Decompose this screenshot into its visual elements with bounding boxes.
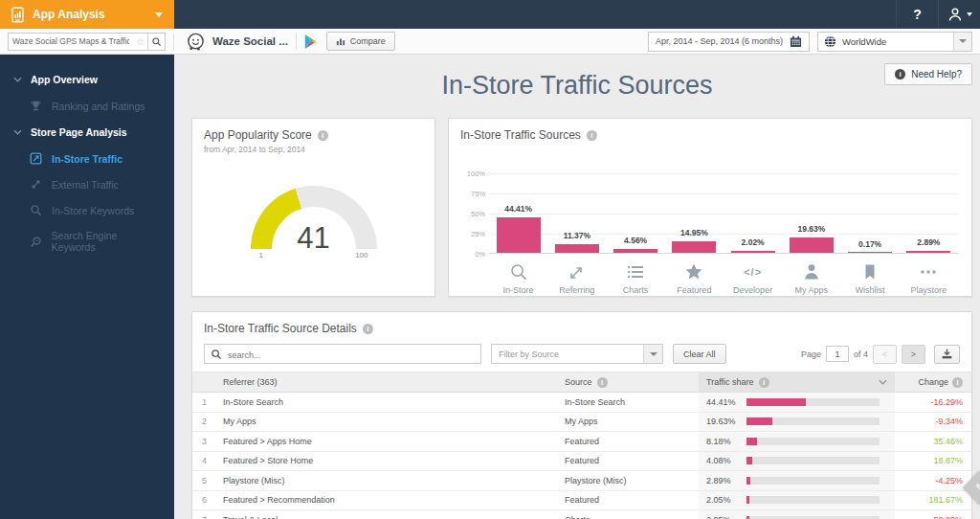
- trophy-icon: [29, 100, 43, 112]
- bar-columns: 44.41% 11.37% 4.56% 14.95% 2.02% 19.63% …: [489, 173, 958, 253]
- chevron-down-icon: [155, 12, 163, 17]
- sort-descending-icon: [879, 379, 887, 385]
- info-icon[interactable]: i: [363, 324, 373, 334]
- bar-playstore[interactable]: 2.89%: [900, 173, 958, 253]
- sidebar-section-store-page-analysis[interactable]: Store Page Analysis: [0, 119, 174, 146]
- table-row[interactable]: 4 Featured > Store Home Featured 4.08% 1…: [192, 452, 971, 472]
- person-icon: [802, 262, 821, 282]
- category-in-store[interactable]: In-Store: [489, 254, 547, 295]
- sidebar-item-in-store-traffic[interactable]: In-Store Traffic: [0, 146, 174, 171]
- traffic-share-bar-fill: [746, 398, 806, 406]
- region-dropdown-button[interactable]: [953, 33, 971, 51]
- app-search-input[interactable]: [9, 36, 133, 46]
- traffic-share-cell: 8.18%: [699, 432, 895, 451]
- sidebar-item-label: In-Store Traffic: [52, 153, 122, 165]
- bar-chart: 100% 75% 50% 25% 0% 44.41% 11.37% 4.56% …: [460, 173, 958, 295]
- date-range-picker[interactable]: Apr, 2014 - Sep, 2014 (6 months): [648, 32, 810, 52]
- app-title: App Analysis: [33, 8, 105, 21]
- user-menu-button[interactable]: [938, 0, 980, 29]
- bar: [790, 237, 834, 253]
- category-wishlist[interactable]: Wishlist: [841, 254, 900, 295]
- gauge-ticks: 1 100: [251, 249, 377, 260]
- toolbar-right: Apr, 2014 - Sep, 2014 (6 months) WorldWi…: [648, 32, 980, 52]
- source-header[interactable]: Source i: [565, 372, 699, 392]
- bar: [613, 249, 657, 253]
- page-number-input[interactable]: [826, 346, 849, 362]
- panel-title: In-Store Traffic Sources i: [449, 119, 971, 144]
- bar-developer[interactable]: 2.02%: [724, 173, 782, 253]
- sidebar-item-external-traffic[interactable]: External Traffic: [0, 171, 174, 197]
- traffic-details-panel: In-Store Traffic Source Details i Filter…: [191, 311, 972, 519]
- category-featured[interactable]: Featured: [665, 254, 724, 295]
- table-row[interactable]: 6 Featured > Recommendation Featured 2.0…: [192, 491, 971, 511]
- app-analysis-screen: App Analysis ? ☆: [0, 0, 980, 519]
- traffic-share-cell: 4.08%: [699, 452, 895, 471]
- compare-button[interactable]: Compare: [326, 32, 395, 51]
- bar-value-label: 19.63%: [797, 224, 825, 234]
- referrer-header[interactable]: Referrer (363): [223, 372, 565, 392]
- source-cell: Featured: [565, 432, 699, 451]
- need-help-button[interactable]: i Need Help?: [884, 63, 972, 85]
- info-icon[interactable]: i: [759, 377, 769, 388]
- globe-icon: [824, 35, 836, 48]
- bar-charts[interactable]: 4.56%: [607, 173, 665, 253]
- category-referring[interactable]: Referring: [547, 254, 606, 295]
- table-row[interactable]: 7 Travel & Local Charts 2.05% -59.89%: [192, 510, 971, 519]
- next-page-button[interactable]: >: [902, 345, 925, 364]
- change-cell: -59.89%: [895, 510, 971, 519]
- sidebar-item-search-engine-keywords[interactable]: Search Engine Keywords: [0, 223, 174, 260]
- list-icon: [626, 262, 645, 282]
- sidebar-item-ranking-and-ratings[interactable]: Ranking and Ratings: [0, 93, 174, 119]
- referrer-cell: Featured > Store Home: [223, 452, 565, 471]
- clear-all-button[interactable]: Clear All: [673, 344, 726, 364]
- previous-page-button[interactable]: <: [873, 345, 897, 364]
- info-icon[interactable]: i: [318, 130, 328, 141]
- table-row[interactable]: 5 Playstore (Misc) Playstore (Misc) 2.89…: [192, 471, 971, 491]
- category-developer[interactable]: </> Developer: [724, 254, 782, 295]
- change-cell: -9.34%: [895, 413, 971, 432]
- divider: [296, 33, 297, 50]
- app-analysis-menu[interactable]: App Analysis: [0, 0, 174, 29]
- bar-in-store[interactable]: 44.41%: [489, 173, 547, 253]
- filter-by-source-select[interactable]: Filter by Source: [491, 344, 663, 364]
- change-cell: 181.67%: [895, 491, 971, 510]
- source-cell: My Apps: [565, 413, 699, 432]
- row-index: 1: [192, 393, 223, 412]
- table-row[interactable]: 1 In-Store Search In-Store Search 44.41%…: [192, 393, 971, 413]
- bar-value-label: 2.89%: [917, 237, 940, 247]
- region-select[interactable]: WorldWide: [817, 32, 972, 52]
- search-icon: [509, 262, 528, 282]
- table-row[interactable]: 3 Featured > Apps Home Featured 8.18% 35…: [192, 432, 971, 452]
- source-cell: Charts: [565, 510, 699, 519]
- traffic-share-header[interactable]: Traffic share i: [699, 372, 895, 392]
- bar-featured[interactable]: 14.95%: [665, 173, 724, 253]
- category-charts[interactable]: Charts: [607, 254, 665, 295]
- filter-dropdown-button[interactable]: [643, 345, 662, 363]
- index-header: [192, 372, 223, 392]
- export-button[interactable]: [934, 345, 960, 364]
- bar-wishlist[interactable]: 0.17%: [841, 173, 900, 253]
- table-search-input[interactable]: [205, 347, 480, 365]
- sidebar-item-in-store-keywords[interactable]: In-Store Keywords: [0, 197, 174, 223]
- change-header[interactable]: Change i: [895, 372, 971, 392]
- download-icon: [941, 348, 953, 360]
- info-icon[interactable]: i: [597, 377, 608, 388]
- category-my-apps[interactable]: My Apps: [782, 254, 840, 295]
- code-icon: </>: [744, 262, 762, 282]
- traffic-share-cell: 2.05%: [699, 510, 895, 519]
- favorite-star-icon[interactable]: ☆: [133, 36, 147, 47]
- category-label: Charts: [623, 285, 649, 295]
- table-row[interactable]: 2 My Apps My Apps 19.63% -9.34%: [192, 413, 971, 433]
- help-button[interactable]: ?: [896, 0, 938, 29]
- bar-my-apps[interactable]: 19.63%: [782, 173, 840, 253]
- category-playstore[interactable]: Playstore: [900, 254, 958, 295]
- sidebar-section-app-overview[interactable]: App Overview: [0, 66, 174, 93]
- traffic-share-value: 4.08%: [706, 456, 746, 465]
- bar: [731, 251, 775, 253]
- info-icon[interactable]: i: [952, 377, 963, 388]
- info-icon[interactable]: i: [587, 130, 597, 141]
- bar-referring[interactable]: 11.37%: [547, 173, 606, 253]
- search-submit-button[interactable]: [147, 34, 165, 50]
- app-search-area: ☆: [0, 33, 174, 51]
- category-axis: In-Store Referring Charts Featured: [489, 254, 958, 295]
